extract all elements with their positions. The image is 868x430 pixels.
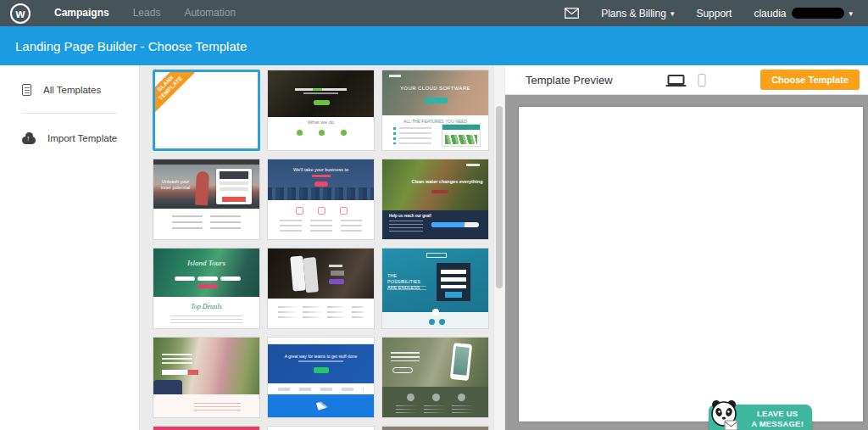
grid-scrollbar-track xyxy=(493,65,504,430)
mobile-icon[interactable] xyxy=(698,74,706,87)
template-grid-panel: BLANK TEMPLATEWhat we doYOUR CLOUD SOFTW… xyxy=(140,65,505,430)
template-thumbnail: What we do xyxy=(268,70,374,150)
template-thumbnail: A great way for teams to get stuff done xyxy=(268,338,374,417)
user-menu[interactable]: claudia ▾ xyxy=(754,8,853,20)
template-card-consulting[interactable] xyxy=(153,337,260,418)
template-thumbnail: Island ToursTop Details xyxy=(153,249,259,328)
template-card-island-tours[interactable]: Island ToursTop Details xyxy=(153,248,260,329)
preview-title: Template Preview xyxy=(526,74,613,87)
template-caption: A great way for teams to get stuff done xyxy=(268,354,374,359)
template-caption: Clean water changes everything xyxy=(409,179,485,184)
page-title: Landing Page Builder - Choose Template xyxy=(15,39,247,53)
template-card-inner-potential[interactable]: Unleash your inner potential xyxy=(153,159,260,240)
template-card-row5-b[interactable] xyxy=(267,426,375,430)
template-card-row5-c[interactable] xyxy=(381,426,489,430)
template-card-clean-water[interactable]: Clean water changes everythingHelp us re… xyxy=(381,159,489,240)
wishpond-logo[interactable]: w xyxy=(10,3,31,24)
topbar-right: Plans & Billing▾ Support claudia ▾ xyxy=(565,8,868,20)
template-card-phone-hand[interactable] xyxy=(381,337,489,418)
template-card-phones-dark[interactable] xyxy=(267,248,375,329)
nav-automation[interactable]: Automation xyxy=(172,0,248,26)
chat-widget[interactable]: LEAVE US A MESSAGE! xyxy=(709,405,812,430)
preview-body xyxy=(505,95,868,430)
template-thumbnail: BLANK TEMPLATE xyxy=(155,72,258,148)
desktop-icon[interactable] xyxy=(668,75,685,85)
template-preview-panel: Template Preview Choose Template xyxy=(505,65,868,430)
mail-icon[interactable] xyxy=(565,8,579,19)
template-caption: We'll take your business to xyxy=(268,167,374,172)
blank-ribbon: BLANK TEMPLATE xyxy=(155,72,195,112)
sidebar-item-all-templates[interactable]: All Templates xyxy=(0,75,139,104)
template-caption: Unleash your inner potential xyxy=(157,179,194,191)
support-link[interactable]: Support xyxy=(696,8,732,20)
template-thumbnail xyxy=(268,249,374,328)
nav-leads[interactable]: Leads xyxy=(121,0,173,26)
template-thumbnail: THE POSSIBILITIES ARE ENDLESS xyxy=(382,249,488,328)
redacted-username xyxy=(792,8,844,19)
template-thumbnail: YOUR CLOUD SOFTWAREALL THE FEATURES YOU … xyxy=(382,70,488,150)
top-navigation-bar: w CampaignsLeadsAutomation Plans & Billi… xyxy=(0,0,868,26)
template-caption: THE POSSIBILITIES ARE ENDLESS xyxy=(387,273,426,291)
template-thumbnail xyxy=(382,427,488,430)
template-thumbnail xyxy=(153,338,259,417)
template-caption: Top Details xyxy=(153,303,259,310)
template-card-possibilities[interactable]: THE POSSIBILITIES ARE ENDLESS xyxy=(381,248,489,329)
sidebar-item-label: All Templates xyxy=(43,85,101,95)
template-thumbnail xyxy=(382,338,488,417)
sidebar-item-import-template[interactable]: Import Template xyxy=(0,124,139,153)
choose-template-button[interactable]: Choose Template xyxy=(760,70,860,90)
template-card-row5-a[interactable] xyxy=(153,426,260,430)
chevron-down-icon: ▾ xyxy=(670,9,675,18)
template-card-business-city[interactable]: We'll take your business to xyxy=(267,159,375,240)
template-caption: What we do xyxy=(268,120,374,125)
template-card-cloud-software[interactable]: YOUR CLOUD SOFTWAREALL THE FEATURES YOU … xyxy=(381,70,489,151)
template-card-blank[interactable]: BLANK TEMPLATE xyxy=(153,70,260,151)
template-thumbnail: We'll take your business to xyxy=(268,159,374,239)
page-title-bar: Landing Page Builder - Choose Template xyxy=(0,26,868,65)
template-thumbnail: Unleash your inner potential xyxy=(153,159,259,239)
template-sidebar: All TemplatesImport Template xyxy=(0,65,140,430)
device-toggle xyxy=(668,74,706,87)
user-name: claudia xyxy=(754,8,786,20)
panda-icon xyxy=(705,396,743,430)
template-thumbnail xyxy=(153,427,259,430)
template-caption: ALL THE FEATURES YOU NEED xyxy=(382,119,488,124)
nav-campaigns[interactable]: Campaigns xyxy=(42,0,121,26)
template-grid: BLANK TEMPLATEWhat we doYOUR CLOUD SOFTW… xyxy=(140,65,505,430)
template-thumbnail xyxy=(268,427,374,430)
sidebar-item-label: Import Template xyxy=(47,133,117,143)
template-card-teams-blue[interactable]: A great way for teams to get stuff done xyxy=(267,337,375,418)
template-card-dark-desk[interactable]: What we do xyxy=(267,70,375,151)
chat-label: LEAVE US A MESSAGE! xyxy=(751,409,804,429)
template-caption: Island Tours xyxy=(153,259,259,267)
divider xyxy=(22,113,117,114)
topbar-nav: CampaignsLeadsAutomation xyxy=(42,0,248,26)
preview-header: Template Preview Choose Template xyxy=(505,65,868,95)
cloud-upload-icon xyxy=(22,137,36,144)
grid-scrollbar-thumb[interactable] xyxy=(496,106,503,288)
template-caption: Help us reach our goal! xyxy=(389,214,440,218)
document-icon xyxy=(22,84,31,96)
template-thumbnail: Clean water changes everythingHelp us re… xyxy=(382,159,488,239)
template-preview-canvas xyxy=(519,107,863,422)
template-caption: YOUR CLOUD SOFTWARE xyxy=(382,86,488,91)
chevron-down-icon: ▾ xyxy=(849,9,853,18)
plans-billing-menu[interactable]: Plans & Billing▾ xyxy=(601,8,674,20)
